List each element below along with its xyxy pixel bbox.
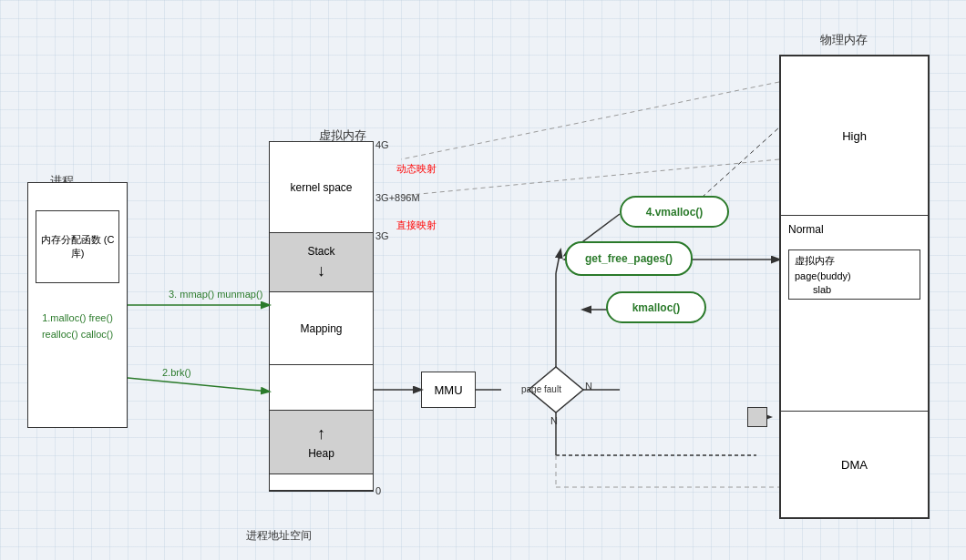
mmu-box: MMU <box>421 372 476 408</box>
gap-section <box>270 365 373 411</box>
vmalloc-box: 4.vmalloc() <box>620 196 729 228</box>
addr-3g896m-label: 3G+896M <box>375 192 420 203</box>
svg-line-16 <box>401 82 779 159</box>
kernel-space-section: kernel space <box>270 142 373 233</box>
pmem-title-label: 物理内存 <box>820 32 868 48</box>
process-addr-space-label: 进程地址空间 <box>246 528 312 544</box>
svg-line-2 <box>128 378 269 392</box>
addr-0-label: 0 <box>375 485 381 496</box>
brk-label: 2.brk() <box>162 367 191 378</box>
vmem-inner-box: 虚拟内存 page(buddy) slab <box>788 249 920 300</box>
stack-section: Stack ↓ <box>270 233 373 292</box>
kmalloc-box: kmalloc() <box>606 291 706 323</box>
mapping-section: Mapping <box>270 292 373 365</box>
pmem-box: High Normal 虚拟内存 page(buddy) slab DMA <box>779 55 930 519</box>
mem-alloc-func-label: 内存分配函数 (C库) <box>36 233 118 261</box>
bottom-section <box>270 474 373 491</box>
normal-title: Normal <box>781 216 928 236</box>
malloc-group-label: 1.malloc() free() realloc() calloc() <box>28 311 127 342</box>
vmem-column: kernel space Stack ↓ Mapping ↑ Heap <box>269 141 374 492</box>
svg-line-14 <box>556 250 560 273</box>
get-free-pages-box: get_free_pages() <box>565 241 693 276</box>
diagram-container: 虚拟内存 物理内存 进程 进程地址空间 内存分配函数 (C库) 1.malloc… <box>0 0 966 560</box>
page-fault-label: page fault <box>521 384 561 394</box>
direct-map-label: 直接映射 <box>396 219 437 232</box>
mmap-label: 3. mmap() munmap() <box>169 288 262 301</box>
normal-section: Normal 虚拟内存 page(buddy) slab <box>781 216 928 412</box>
addr-3g-label: 3G <box>375 230 389 241</box>
small-square <box>747 407 767 427</box>
dynamic-map-label: 动态映射 <box>396 162 437 176</box>
svg-line-17 <box>401 159 779 196</box>
n-label-down: N <box>550 415 558 426</box>
dma-section: DMA <box>781 412 928 517</box>
n-label-right: N <box>585 381 592 392</box>
process-box: 内存分配函数 (C库) 1.malloc() free() realloc() … <box>27 182 128 428</box>
mem-alloc-func-box: 内存分配函数 (C库) <box>36 210 119 283</box>
heap-section: ↑ Heap <box>270 411 373 474</box>
addr-4g-label: 4G <box>375 139 389 150</box>
high-section: High <box>781 56 928 216</box>
